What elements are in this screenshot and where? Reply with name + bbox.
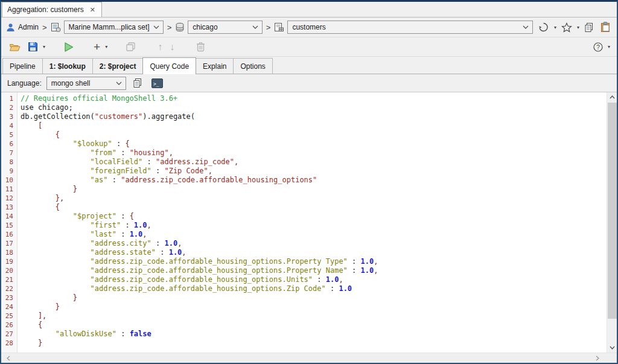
history-button[interactable] (536, 20, 551, 34)
line-number: 22 (1, 284, 17, 293)
help-caret-icon[interactable]: ▾ (607, 44, 611, 49)
breadcrumb-separator: > (42, 23, 48, 32)
move-stage-down-button[interactable]: ↓ (168, 40, 176, 54)
line-number: 13 (1, 203, 17, 212)
code-line: "$project" : { (21, 212, 607, 221)
scroll-left-icon[interactable] (1, 356, 16, 361)
action-toolbar: ▾ + ▾ ↑ ↓ ? ▾ (1, 37, 617, 57)
database-select[interactable]: chicago (188, 21, 263, 34)
code-line: "last" : 1.0, (21, 230, 607, 239)
scroll-down-icon[interactable] (607, 343, 617, 353)
breadcrumb: Admin > Marine Mamm...plica set] > chica… (1, 18, 617, 37)
save-button[interactable] (26, 40, 40, 54)
code-line: }, (21, 194, 607, 203)
line-number: 8 (1, 158, 17, 167)
scroll-up-icon[interactable] (607, 92, 617, 102)
help-button[interactable]: ? (591, 40, 605, 54)
code-line: "$lookup" : { (21, 139, 607, 148)
code-editor[interactable]: // Requires official MongoShell 3.6+use … (18, 92, 607, 353)
collection-select[interactable]: customers (287, 21, 533, 34)
chevron-down-icon (153, 25, 159, 29)
add-stage-button[interactable]: + (92, 40, 102, 54)
line-number: 26 (1, 321, 17, 330)
line-number: 1 (1, 94, 17, 103)
line-number: 24 (1, 302, 17, 311)
tab-pipeline[interactable]: Pipeline (2, 58, 43, 74)
code-line: use chicago; (21, 103, 607, 112)
line-number: 11 (1, 185, 17, 194)
tab-explain[interactable]: Explain (196, 58, 234, 74)
code-line: // Requires official MongoShell 3.6+ (21, 94, 607, 103)
code-line: } (21, 185, 607, 194)
open-folder-button[interactable] (7, 40, 22, 54)
code-line: } (21, 293, 607, 302)
line-number: 23 (1, 293, 17, 302)
tab-1-lookup[interactable]: 1: $lookup (42, 58, 93, 74)
tab-options[interactable]: Options (233, 58, 272, 74)
delete-stage-button[interactable] (194, 40, 207, 54)
history-caret-icon[interactable]: ▾ (553, 25, 557, 30)
code-line: "allowDiskUse" : false (21, 330, 607, 339)
save-caret-icon[interactable]: ▾ (42, 44, 46, 49)
line-number: 14 (1, 212, 17, 221)
line-number: 25 (1, 311, 17, 321)
breadcrumb-separator: > (266, 23, 272, 32)
code-line: { (21, 203, 607, 212)
collection-icon (274, 22, 284, 32)
add-stage-caret-icon[interactable]: ▾ (104, 44, 108, 49)
language-value: mongo shell (51, 79, 91, 88)
copy-button[interactable] (582, 21, 596, 34)
horizontal-scrollbar[interactable] (1, 353, 617, 363)
scrollbar-corner (606, 353, 617, 363)
tab-query-code[interactable]: Query Code (142, 57, 196, 74)
favorites-star-button[interactable] (559, 21, 574, 34)
tab-2-project[interactable]: 2: $project (92, 58, 144, 74)
code-line: "address.zip_code.affordable_housing_opt… (21, 266, 607, 275)
vertical-scrollbar[interactable] (607, 92, 617, 353)
chevron-down-icon (252, 25, 258, 29)
vertical-scrollbar-thumb[interactable] (608, 103, 617, 319)
language-bar: Language: mongo shell >_ (1, 74, 617, 92)
favorites-caret-icon[interactable]: ▾ (576, 25, 580, 30)
code-line: "localField" : "address.zip_code", (21, 158, 607, 167)
copy-code-button[interactable] (131, 76, 145, 90)
paste-button[interactable] (599, 20, 612, 34)
user-label: Admin (18, 23, 39, 31)
line-number: 28 (1, 339, 17, 348)
line-number: 9 (1, 167, 17, 176)
connection-select[interactable]: Marine Mamm...plica set] (64, 21, 164, 34)
user-icon (6, 23, 15, 32)
code-line: "address.zip_code.affordable_housing_opt… (21, 284, 607, 293)
language-select[interactable]: mongo shell (46, 77, 126, 90)
connection-value: Marine Mamm...plica set] (69, 23, 150, 31)
line-number: 12 (1, 194, 17, 203)
move-stage-up-button[interactable]: ↑ (156, 40, 164, 54)
code-line: "address.city" : 1.0, (21, 239, 607, 248)
code-line: { (21, 130, 607, 139)
line-number: 15 (1, 221, 17, 230)
duplicate-stage-button[interactable] (124, 40, 138, 54)
query-code-panel: 1234567891011121314151617181920212223242… (1, 92, 617, 353)
code-line: "address.zip_code.affordable_housing_opt… (21, 257, 607, 266)
aggregation-window: Aggregation: customers ✕ Admin > Marine … (0, 0, 618, 364)
run-button[interactable] (62, 40, 76, 54)
language-label: Language: (7, 79, 42, 88)
open-in-shell-button[interactable]: >_ (150, 77, 165, 90)
line-number: 21 (1, 275, 17, 284)
pipeline-tab-strip: Pipeline1: $lookup2: $projectQuery CodeE… (1, 57, 617, 74)
line-number: 7 (1, 148, 17, 158)
line-number: 6 (1, 139, 17, 148)
connection-icon (51, 22, 61, 32)
line-number: 18 (1, 248, 17, 257)
code-line: } (21, 339, 607, 348)
database-icon (175, 22, 185, 32)
close-icon[interactable]: ✕ (90, 6, 95, 14)
database-value: chicago (193, 23, 217, 31)
line-number: 2 (1, 103, 17, 112)
code-line: "first" : 1.0, (21, 221, 607, 230)
code-line: "from" : "housing", (21, 148, 607, 158)
doc-tab-label: Aggregation: customers (7, 5, 84, 14)
doc-tab-aggregation-customers[interactable]: Aggregation: customers ✕ (2, 2, 102, 17)
svg-text:?: ? (596, 43, 600, 50)
scroll-right-icon[interactable] (590, 356, 605, 361)
